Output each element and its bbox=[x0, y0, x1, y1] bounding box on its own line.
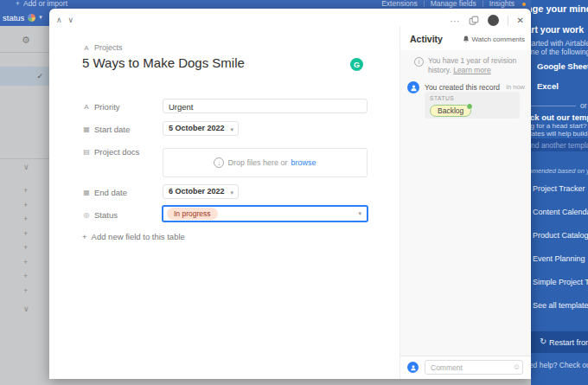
calendar-icon: ▦ bbox=[82, 125, 91, 133]
toolbar-menu: Extensions Manage fields Insights bbox=[381, 0, 526, 8]
plus-icon[interactable]: + bbox=[23, 186, 28, 195]
restart-icon: ↻ bbox=[540, 337, 546, 346]
status-field-icon bbox=[28, 14, 35, 22]
watch-comments-button[interactable]: Watch comments bbox=[463, 35, 526, 43]
onboarding-body: one of the following templates bbox=[531, 48, 588, 56]
start-date-select[interactable]: 5 October 2022 ▾ bbox=[163, 121, 239, 136]
recommended-label: Recommended based on your use case bbox=[531, 167, 588, 175]
previous-record-icon[interactable]: ∧ bbox=[56, 16, 62, 24]
template-link-product-catalog[interactable]: Product Catalog bbox=[533, 231, 588, 240]
activity-change-card: STATUS Backlog bbox=[425, 92, 520, 119]
priority-input[interactable]: Urgent bbox=[163, 99, 368, 113]
copy-link-icon[interactable] bbox=[469, 16, 479, 26]
activity-entry: You created this record in now bbox=[425, 83, 525, 92]
extensions-button[interactable]: Extensions bbox=[381, 0, 418, 8]
grammarly-icon[interactable]: G bbox=[350, 58, 363, 71]
comment-input[interactable] bbox=[425, 360, 523, 375]
end-date-select[interactable]: 6 October 2022 ▾ bbox=[163, 184, 239, 199]
plus-icon[interactable]: + bbox=[23, 272, 28, 280]
info-icon: i bbox=[414, 57, 424, 67]
person-icon bbox=[410, 364, 417, 371]
activity-title: Activity bbox=[410, 34, 443, 44]
chevron-down-icon: ▾ bbox=[230, 186, 233, 199]
see-all-templates-link[interactable]: See all templates bbox=[533, 301, 588, 310]
import-excel-button[interactable]: Excel bbox=[537, 81, 559, 91]
onboarding-sidebar: Change your mind? Start your work Get st… bbox=[531, 0, 588, 385]
divider bbox=[424, 1, 425, 7]
close-icon[interactable]: ✕ bbox=[517, 16, 524, 25]
chevron-down-icon[interactable]: ∨ bbox=[23, 163, 29, 171]
text-field-icon: A bbox=[82, 103, 91, 111]
selected-view-row[interactable]: ✓ bbox=[0, 67, 49, 86]
browse-link[interactable]: browse bbox=[291, 158, 316, 167]
status-pill-backlog: Backlog bbox=[430, 105, 471, 117]
expanded-record-modal: ∧ ∨ ⋯ ✕ A Projects 5 Ways to Make Dogs S… bbox=[49, 9, 531, 379]
comment-bar: ☺ bbox=[400, 356, 531, 379]
templates-body: templates will help build your base bbox=[531, 130, 588, 138]
add-field-button[interactable]: + Add new field to this table bbox=[82, 232, 185, 241]
field-label-end-date: ▦ End date bbox=[82, 188, 127, 197]
plus-icon[interactable]: + bbox=[23, 258, 28, 266]
notification-dot bbox=[522, 3, 526, 6]
group-by-status-button[interactable]: status ▾ bbox=[3, 10, 42, 24]
revision-notice: i You have 1 year of revision history. L… bbox=[414, 56, 526, 75]
activity-panel: Activity Watch comments i You have 1 yea… bbox=[399, 26, 531, 379]
more-options-icon[interactable]: ⋯ bbox=[451, 16, 460, 25]
changed-field-label: STATUS bbox=[430, 95, 514, 101]
divider bbox=[531, 106, 576, 106]
chevron-down-icon: ▾ bbox=[358, 210, 361, 217]
plus-icon: + bbox=[16, 0, 20, 8]
plus-icon[interactable]: + bbox=[23, 229, 28, 238]
change-dot-icon bbox=[466, 103, 473, 110]
import-google-sheets-button[interactable]: Google Sheets bbox=[537, 61, 588, 71]
plus-icon[interactable]: + bbox=[23, 286, 28, 295]
download-circle-icon: ↓ bbox=[214, 157, 224, 168]
learn-more-link[interactable]: Learn more bbox=[453, 66, 490, 74]
record-navigation: ∧ ∨ bbox=[56, 16, 74, 24]
field-label-start-date: ▦ Start date bbox=[82, 125, 130, 134]
template-link-simple-project-tracker[interactable]: Simple Project Tracker bbox=[533, 278, 588, 286]
next-record-icon[interactable]: ∨ bbox=[68, 16, 74, 24]
help-footer-link[interactable]: Need help? Check out our guides bbox=[531, 361, 588, 369]
activity-entry-time: in now bbox=[506, 83, 525, 92]
insights-button[interactable]: Insights bbox=[489, 0, 514, 8]
template-link-project-tracker[interactable]: Project Tracker bbox=[533, 184, 585, 193]
calendar-icon: ▦ bbox=[82, 189, 91, 196]
bell-icon bbox=[463, 35, 470, 43]
plus-icon[interactable]: + bbox=[23, 243, 28, 252]
plus-icon[interactable]: + bbox=[23, 201, 28, 209]
chevron-down-icon: ▾ bbox=[39, 14, 42, 21]
find-template-input[interactable]: Find another template bbox=[531, 138, 588, 151]
attachment-dropzone[interactable]: ↓ Drop files here or browse bbox=[163, 148, 368, 177]
field-label-status: ◎ Status bbox=[82, 210, 118, 220]
plus-icon: + bbox=[82, 232, 87, 241]
activity-header: Activity Watch comments bbox=[400, 26, 531, 51]
primary-field-label: A Projects bbox=[82, 43, 123, 52]
field-label-priority: A Priority bbox=[82, 102, 120, 112]
onboarding-body: Get started with Airtable using bbox=[531, 39, 588, 48]
template-link-content-calendar[interactable]: Content Calendar bbox=[533, 208, 588, 216]
restart-button[interactable]: ↻ Restart from scratch bbox=[531, 331, 588, 353]
comments-toggle-icon[interactable] bbox=[488, 15, 499, 26]
check-icon: ✓ bbox=[36, 72, 43, 80]
person-icon bbox=[410, 84, 418, 92]
record-title-input[interactable]: 5 Ways to Make Dogs Smile bbox=[82, 55, 245, 70]
plus-icon[interactable]: + bbox=[23, 215, 28, 223]
chevron-down-icon: ▾ bbox=[230, 123, 233, 136]
onboarding-heading: Change your mind? bbox=[531, 3, 588, 14]
template-link-event-planning[interactable]: Event Planning bbox=[533, 254, 585, 263]
gear-icon[interactable]: ⚙ bbox=[22, 35, 30, 46]
chevron-down-icon[interactable]: ∨ bbox=[23, 305, 29, 313]
add-or-import-button[interactable]: +Add or import bbox=[16, 0, 67, 8]
field-label-project-docs: ▤ Project docs bbox=[82, 147, 139, 157]
activity-feed: i You have 1 year of revision history. L… bbox=[400, 50, 531, 356]
avatar bbox=[407, 81, 419, 93]
manage-fields-button[interactable]: Manage fields bbox=[431, 0, 476, 8]
left-sidebar: ⚙ ✓ ∨ + + + + + + + + ∨ bbox=[0, 26, 49, 385]
status-select[interactable]: In progress ▾ bbox=[162, 205, 368, 222]
divider bbox=[0, 52, 49, 53]
emoji-icon[interactable]: ☺ bbox=[513, 363, 521, 371]
activity-entry-text: You created this record bbox=[425, 83, 500, 92]
templates-body: Looking for a head start? Our bbox=[531, 122, 588, 130]
text-field-icon: A bbox=[82, 44, 91, 52]
